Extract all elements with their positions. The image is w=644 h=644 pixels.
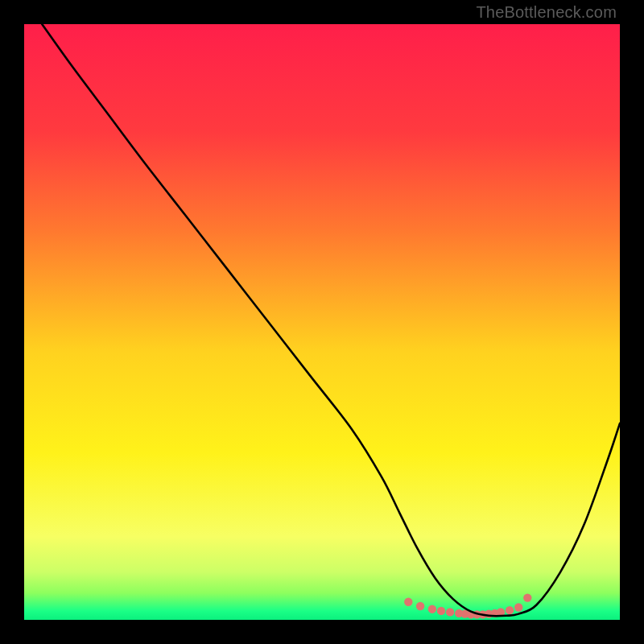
optimal-dot xyxy=(514,603,522,611)
bottleneck-curve xyxy=(42,24,620,616)
optimal-dot xyxy=(523,593,531,601)
optimal-dot xyxy=(404,598,412,606)
optimal-dot xyxy=(506,606,514,614)
optimal-dot xyxy=(446,608,454,616)
optimal-dot xyxy=(416,602,424,610)
watermark-text: TheBottleneck.com xyxy=(476,3,617,22)
optimal-dot xyxy=(428,605,436,613)
curve-layer xyxy=(24,24,620,620)
chart-frame: TheBottleneck.com xyxy=(0,0,644,644)
plot-area xyxy=(24,24,620,620)
optimal-dot xyxy=(437,607,445,615)
